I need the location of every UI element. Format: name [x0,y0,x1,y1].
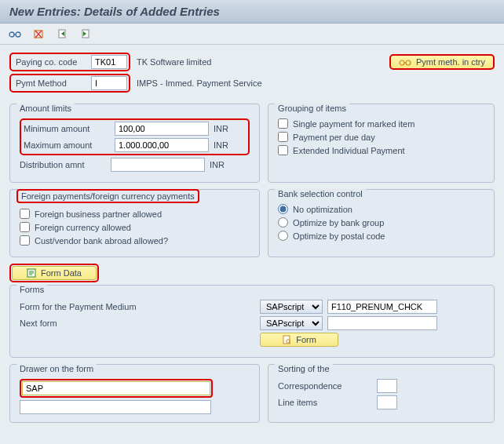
min-currency: INR [214,124,242,133]
foreign-bp-checkbox[interactable]: Foreign business partner allowed [20,209,250,219]
form-medium-label: Form for the Payment Medium [20,302,255,311]
paying-code-desc: TK Software limited [130,56,217,68]
form-medium-name-input[interactable] [327,300,437,314]
bank-selection-group: Bank selection control No optimization O… [268,189,495,257]
paying-code-input[interactable] [91,55,127,69]
drawer-line1-input[interactable] [22,381,210,395]
form-button[interactable]: Form [260,333,338,347]
drawer-title: Drawer on the form [16,364,97,373]
form-medium-select[interactable]: SAPscript [260,300,323,314]
title-bar: New Entries: Details of Added Entries [0,0,504,24]
correspondence-input[interactable] [377,379,397,393]
dist-amount-label: Distribution amnt [20,160,106,169]
form-icon [282,335,291,344]
toolbar [0,24,504,45]
grouping-group: Grouping of items Single payment for mar… [268,104,495,183]
pymt-method-label: Pymt Method [13,77,91,89]
svg-point-5 [400,60,404,65]
cust-vendor-abroad-checkbox[interactable]: Cust/vendor bank abroad allowed? [20,235,250,246]
group-row-2: Foreign payments/foreign currency paymen… [9,189,495,257]
delete-icon[interactable] [31,27,46,41]
foreign-group: Foreign payments/foreign currency paymen… [9,189,260,257]
dist-currency: INR [210,160,238,169]
foreign-title: Foreign payments/foreign currency paymen… [16,189,199,203]
amount-limits-group: Amount limits Minimum amount INR Maximum… [9,104,260,183]
forms-title: Forms [16,285,47,294]
svg-point-0 [9,32,14,37]
min-amount-input[interactable] [115,122,209,136]
pymt-method-input[interactable] [91,76,127,90]
optimize-bank-group-radio[interactable]: Optimize by bank group [278,217,484,227]
form-data-icon [27,268,36,278]
drawer-line2-input[interactable] [20,400,211,414]
sorting-group: Sorting of the Correspondence Line items [268,364,495,423]
max-currency: INR [214,140,242,150]
single-payment-checkbox[interactable]: Single payment for marked item [278,118,484,129]
correspondence-label: Correspondence [278,381,372,391]
amount-limits-title: Amount limits [16,104,75,113]
form-data-label: Form Data [41,268,82,278]
glasses-icon[interactable] [8,27,22,41]
extended-payment-checkbox[interactable]: Extended Individual Payment [278,145,484,155]
svg-point-6 [406,60,411,65]
drawer-group: Drawer on the form [9,364,260,423]
pymt-meth-in-ctry-label: Pymt meth. in ctry [416,57,485,67]
glasses-icon [399,58,411,66]
per-due-day-checkbox[interactable]: Payment per due day [278,132,484,142]
sorting-title: Sorting of the [275,364,332,373]
group-row-3: Drawer on the form Sorting of the Corres… [9,364,495,423]
next-form-label: Next form [20,318,255,328]
max-amount-input[interactable] [115,138,209,152]
paying-code-row: Paying co. code TK Software limited Pymt… [9,53,495,71]
next-icon[interactable] [79,27,93,41]
page-title: New Entries: Details of Added Entries [9,5,495,18]
group-row-1: Amount limits Minimum amount INR Maximum… [9,104,495,183]
max-amount-label: Maximum amount [24,140,110,150]
form-data-button[interactable]: Form Data [12,266,97,280]
form-button-label: Form [296,335,316,344]
pymt-method-desc: IMPS - Immed. Payment Service [130,77,268,89]
foreign-currency-checkbox[interactable]: Foreign currency allowed [20,222,250,232]
optimize-postal-radio[interactable]: Optimize by postal code [278,231,484,241]
bank-selection-title: Bank selection control [275,189,366,198]
forms-group: Forms Form for the Payment Medium SAPscr… [9,285,495,358]
content: Paying co. code TK Software limited Pymt… [0,45,504,431]
paying-code-label: Paying co. code [13,56,91,68]
no-optimization-radio[interactable]: No optimization [278,204,484,214]
next-form-name-input[interactable] [327,316,437,330]
line-items-input[interactable] [377,395,397,409]
dist-amount-input[interactable] [111,158,205,172]
grouping-title: Grouping of items [275,104,349,113]
svg-point-1 [16,32,20,37]
next-form-select[interactable]: SAPscript [260,316,323,330]
pymt-meth-in-ctry-button[interactable]: Pymt meth. in ctry [389,54,495,70]
min-amount-label: Minimum amount [24,124,110,133]
previous-icon[interactable] [55,27,69,41]
pymt-method-row: Pymt Method IMPS - Immed. Payment Servic… [9,74,495,93]
line-items-label: Line items [278,398,372,407]
